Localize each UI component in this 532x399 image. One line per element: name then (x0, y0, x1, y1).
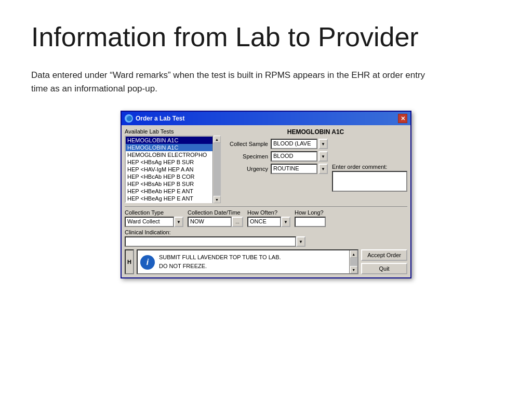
dialog-close-button[interactable]: ✕ (398, 114, 407, 123)
available-lab-tests-label: Available Lab Tests (125, 128, 221, 135)
info-scroll-up[interactable]: ▲ (350, 250, 357, 258)
quit-button[interactable]: Quit (361, 263, 407, 274)
how-long-group: How Long? (295, 209, 326, 227)
scrollbar-track (214, 143, 221, 196)
how-long-label: How Long? (295, 209, 326, 216)
collection-type-value: Ward Collect (125, 217, 174, 227)
info-scrollbar[interactable]: ▲ ▼ (349, 250, 357, 273)
specimen-label: Specimen (224, 153, 271, 159)
collect-sample-row: Collect Sample BLOOD (LAVE ▼ (224, 139, 407, 149)
how-often-value: ONCE (247, 217, 281, 227)
dialog-wrapper: 🔵 Order a Lab Test ✕ Available Lab Tests… (31, 111, 501, 278)
comment-input[interactable] (332, 171, 407, 192)
list-item[interactable]: HEP <HBsAb HEP B SUR (126, 180, 220, 188)
list-item[interactable]: HEMOGLOBIN A1C (126, 137, 220, 144)
h-label: H (125, 249, 134, 274)
collection-date-label: Collection Date/Time (188, 209, 243, 216)
clinical-indication-row: Clinical Indication: ▼ (125, 229, 407, 247)
list-item[interactable]: HEP <HBsAg HEP B SUR (126, 158, 220, 166)
specimen-control: BLOOD ▼ (271, 151, 328, 162)
urgency-value: ROUTINE (271, 164, 317, 174)
lab-list-panel: Available Lab Tests HEMOGLOBIN A1C HEMOG… (125, 128, 221, 203)
urgency-and-comment-left: Urgency ROUTINE ▼ (224, 164, 328, 176)
info-scroll-track (350, 258, 357, 266)
collection-row: Collection Type Ward Collect ▼ Collectio… (125, 209, 407, 227)
subtitle-text: Data entered under “Ward remarks” when t… (31, 69, 436, 95)
list-item[interactable]: HEP <HBcAb HEP B COR (126, 173, 220, 180)
info-line2: DO NOT FREEZE. (159, 262, 281, 271)
collect-sample-dropdown[interactable]: ▼ (318, 139, 328, 149)
list-item[interactable]: HEMOGLOBIN ELECTROPHO (126, 151, 220, 158)
collection-date-field: NOW ... (188, 217, 243, 227)
list-item[interactable]: HEP <HBeAg HEP E ANT (126, 195, 220, 202)
specimen-value: BLOOD (271, 151, 317, 162)
list-scrollbar[interactable]: ▲ ▼ (212, 136, 221, 203)
dialog-titlebar: 🔵 Order a Lab Test ✕ (122, 112, 410, 125)
urgency-control: ROUTINE ▼ (271, 164, 328, 174)
list-item[interactable]: HEP <HBeAb HEP E ANT (126, 188, 220, 195)
clinical-indication-dropdown[interactable]: ▼ (296, 236, 305, 247)
specimen-row: Specimen BLOOD ▼ (224, 151, 407, 162)
collection-date-value: NOW (188, 217, 232, 227)
list-item[interactable]: HEMOGLOBIN A1C (126, 144, 220, 151)
collection-date-group: Collection Date/Time NOW ... (188, 209, 243, 227)
how-often-group: How Often? ONCE ▼ (247, 209, 290, 227)
how-long-value[interactable] (295, 217, 326, 227)
specimen-dropdown[interactable]: ▼ (318, 151, 328, 162)
dialog-title: Order a Lab Test (136, 115, 184, 122)
page-title: Information from Lab to Provider (31, 21, 501, 53)
how-often-dropdown[interactable]: ▼ (281, 217, 290, 227)
dialog-top-section: Available Lab Tests HEMOGLOBIN A1C HEMOG… (125, 128, 407, 203)
info-line1: SUBMIT FULL LAVENDER TOP TUBE TO LAB. (159, 253, 281, 262)
accept-order-button[interactable]: Accept Order (361, 249, 407, 261)
clinical-indication-input[interactable] (125, 236, 296, 247)
collection-type-field: Ward Collect ▼ (125, 217, 183, 227)
dialog-titlebar-left: 🔵 Order a Lab Test (125, 114, 184, 123)
collection-type-label: Collection Type (125, 209, 183, 216)
info-scroll-down[interactable]: ▼ (350, 266, 357, 273)
bottom-section: H i SUBMIT FULL LAVENDER TOP TUBE TO LAB… (125, 249, 407, 274)
scroll-up-arrow[interactable]: ▲ (214, 136, 221, 143)
enter-comment-label: Enter order comment: (332, 164, 387, 170)
collect-sample-label: Collect Sample (224, 141, 271, 147)
list-item[interactable]: HEP <HAV-IgM HEP A AN (126, 166, 220, 173)
info-text-block: SUBMIT FULL LAVENDER TOP TUBE TO LAB. DO… (159, 253, 281, 270)
how-often-field: ONCE ▼ (247, 217, 290, 227)
collect-sample-value: BLOOD (LAVE (271, 139, 317, 149)
dialog-body: Available Lab Tests HEMOGLOBIN A1C HEMOG… (122, 125, 410, 277)
enter-comment-area: Enter order comment: (332, 164, 407, 192)
info-icon: i (140, 255, 155, 270)
clinical-indication-label: Clinical Indication: (125, 229, 407, 235)
collection-date-browse[interactable]: ... (232, 217, 243, 227)
dialog-app-icon: 🔵 (125, 114, 133, 123)
buttons-panel: Accept Order Quit (361, 249, 407, 274)
urgency-dropdown[interactable]: ▼ (318, 164, 328, 174)
order-lab-test-dialog: 🔵 Order a Lab Test ✕ Available Lab Tests… (121, 111, 411, 278)
collection-type-dropdown[interactable]: ▼ (174, 217, 183, 227)
clinical-input-row: ▼ (125, 236, 407, 247)
selected-test-name: HEMOGLOBIN A1C (224, 128, 407, 136)
lab-test-list[interactable]: HEMOGLOBIN A1C HEMOGLOBIN A1C HEMOGLOBIN… (125, 136, 221, 203)
collection-section: Collection Type Ward Collect ▼ Collectio… (125, 206, 407, 247)
info-box: i SUBMIT FULL LAVENDER TOP TUBE TO LAB. … (137, 249, 358, 274)
collect-sample-control: BLOOD (LAVE ▼ (271, 139, 328, 149)
how-often-label: How Often? (247, 209, 290, 216)
scroll-down-arrow[interactable]: ▼ (214, 196, 221, 203)
urgency-row: Urgency ROUTINE ▼ (224, 164, 328, 174)
order-form-panel: HEMOGLOBIN A1C Collect Sample BLOOD (LAV… (224, 128, 407, 203)
urgency-label: Urgency (224, 166, 271, 172)
collection-type-group: Collection Type Ward Collect ▼ (125, 209, 183, 227)
